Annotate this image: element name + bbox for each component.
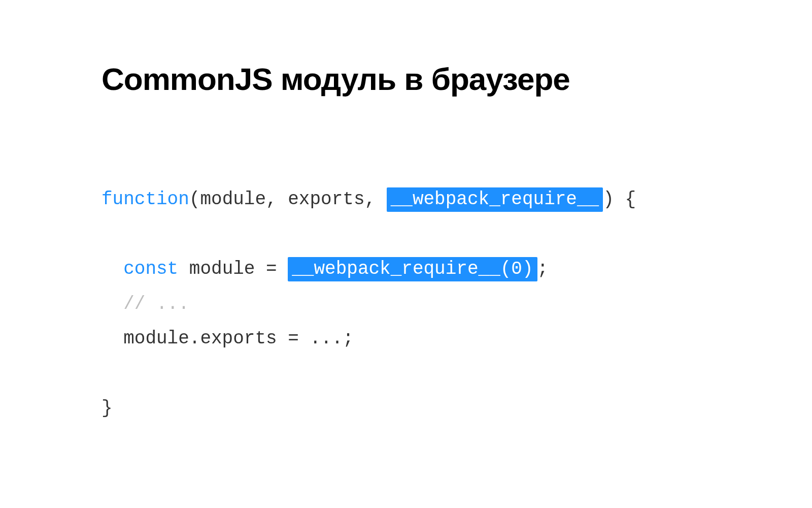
highlight-webpack-require-param: __webpack_require__: [387, 187, 603, 212]
code-block: function(module, exports, __webpack_requ…: [101, 148, 710, 461]
code-line-4: module.exports = ...;: [101, 328, 354, 349]
code-text: module.exports = ...;: [123, 328, 354, 349]
code-text: (module, exports,: [189, 189, 387, 210]
code-text: module =: [178, 259, 288, 279]
code-line-2: const module = __webpack_require__(0);: [101, 259, 548, 279]
code-text: ;: [537, 259, 549, 279]
code-line-1: function(module, exports, __webpack_requ…: [101, 187, 636, 212]
slide-title: CommonJS модуль в браузере: [101, 61, 710, 97]
highlight-webpack-require-call: __webpack_require__(0): [288, 257, 537, 281]
code-text: }: [101, 398, 113, 419]
keyword-const: const: [123, 259, 178, 279]
code-text: ) {: [603, 189, 636, 210]
code-line-5: }: [101, 398, 113, 419]
keyword-function: function: [101, 189, 189, 210]
code-line-3: // ...: [101, 294, 189, 314]
slide: CommonJS модуль в браузере function(modu…: [0, 0, 812, 508]
code-comment: // ...: [123, 294, 189, 314]
